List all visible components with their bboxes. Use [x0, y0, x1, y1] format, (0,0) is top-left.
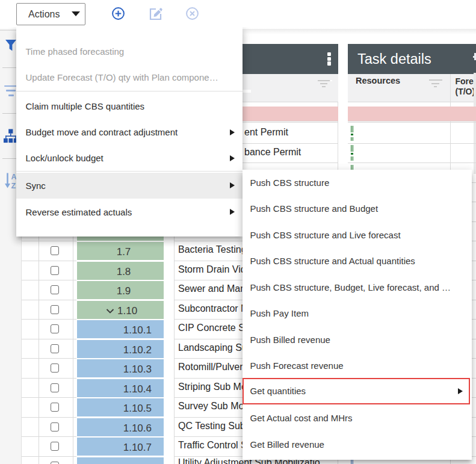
- svg-text:Z: Z: [11, 182, 16, 189]
